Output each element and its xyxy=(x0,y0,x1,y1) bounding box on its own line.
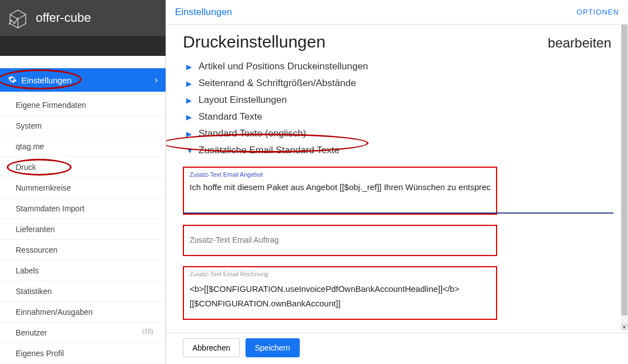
topbar-options[interactable]: OPTIONEN xyxy=(577,8,619,16)
sidebar-item-qtag-me[interactable]: qtag.me xyxy=(0,136,166,157)
accordion-standard-texte[interactable]: ▶ Standard Texte xyxy=(183,108,611,125)
field-rechnung: Zusatz-Text Email Rechnung xyxy=(183,266,497,320)
field-angebot-input[interactable] xyxy=(190,180,490,194)
sidebar-item-system[interactable]: System xyxy=(0,116,166,136)
caret-right-icon: ▶ xyxy=(186,130,194,138)
sidebar-sublist: Eigene Firmendaten System qtag.me Druck … xyxy=(0,92,166,364)
content: Druckeinstellungen bearbeiten ▶ Artikel … xyxy=(166,25,628,333)
scrollbar[interactable] xyxy=(621,25,628,330)
field-angebot-label: Zusatz-Text Email Angebot xyxy=(190,171,490,178)
accordion-artikel[interactable]: ▶ Artikel und Positions Druckeinstellung… xyxy=(183,58,611,75)
benutzer-badge: (10) xyxy=(142,328,153,334)
brand-logo-icon xyxy=(7,7,29,29)
sidebar-item-ressourcen[interactable]: Ressourcen xyxy=(0,240,166,261)
field-auftrag xyxy=(183,225,497,256)
accordion-standard-texte-en[interactable]: ▶ Standard Texte (englisch) xyxy=(183,125,611,142)
brand-name: offer-cube xyxy=(36,11,91,25)
page-title: Druckeinstellungen xyxy=(183,32,325,51)
field-rechnung-label: Zusatz-Text Email Rechnung xyxy=(190,271,490,277)
sidebar-item-eigene-firmendaten[interactable]: Eigene Firmendaten xyxy=(0,95,166,116)
accordion-zusatz-email[interactable]: ▼ Zusätzliche Email Standard Texte xyxy=(183,142,611,159)
sidebar-item-stammdaten-import[interactable]: Stammdaten Import xyxy=(0,198,166,219)
sidebar-active-label: Einstellungen xyxy=(21,75,72,85)
sidebar-item-benutzer[interactable]: Benutzer (10) xyxy=(0,323,166,343)
brand-bar: offer-cube xyxy=(0,0,166,36)
sidebar-item-statistiken[interactable]: Statistiken xyxy=(0,281,166,302)
sidebar-item-einstellungen[interactable]: Einstellungen › xyxy=(0,68,166,92)
caret-right-icon: ▶ xyxy=(186,113,194,121)
sidebar-item-nummernkreise[interactable]: Nummernkreise xyxy=(0,178,166,198)
chevron-right-icon: › xyxy=(155,75,158,85)
field-rechnung-input[interactable] xyxy=(190,280,490,313)
search-bar[interactable] xyxy=(0,36,166,56)
accordion-layout[interactable]: ▶ Layout Einstellungen xyxy=(183,92,611,108)
topbar-title: Einstellungen xyxy=(175,7,232,18)
scrollbar-thumb[interactable] xyxy=(621,25,627,315)
sidebar-item-einnahmen-ausgaben[interactable]: Einnahmen/Ausgaben xyxy=(0,302,166,323)
sidebar: offer-cube Einstellungen › Eigene Firmen… xyxy=(0,0,166,364)
sidebar-item-labels[interactable]: Labels xyxy=(0,261,166,281)
page-action-edit[interactable]: bearbeiten xyxy=(548,35,611,51)
footer: Abbrechen Speichern xyxy=(166,333,628,364)
scroll-down-button[interactable]: ▾ xyxy=(621,323,628,330)
caret-right-icon: ▶ xyxy=(186,79,194,88)
accordion-seitenrand[interactable]: ▶ Seitenrand & Schriftgrößen/Abstände xyxy=(183,75,611,92)
field-angebot: Zusatz-Text Email Angebot xyxy=(183,167,497,215)
caret-right-icon: ▶ xyxy=(186,63,194,71)
cancel-button[interactable]: Abbrechen xyxy=(183,338,240,357)
sidebar-item-lieferanten[interactable]: Lieferanten xyxy=(0,219,166,240)
main: Einstellungen OPTIONEN Druckeinstellunge… xyxy=(166,0,628,364)
topbar: Einstellungen OPTIONEN xyxy=(166,0,628,25)
caret-down-icon: ▼ xyxy=(186,146,194,155)
sidebar-item-druck[interactable]: Druck xyxy=(0,157,166,178)
field-underline xyxy=(183,212,613,214)
save-button[interactable]: Speichern xyxy=(245,338,300,357)
gear-icon xyxy=(8,75,17,86)
field-auftrag-input[interactable] xyxy=(190,233,490,247)
sidebar-item-eigenes-profil[interactable]: Eigenes Profil xyxy=(0,343,166,364)
caret-right-icon: ▶ xyxy=(186,96,194,105)
